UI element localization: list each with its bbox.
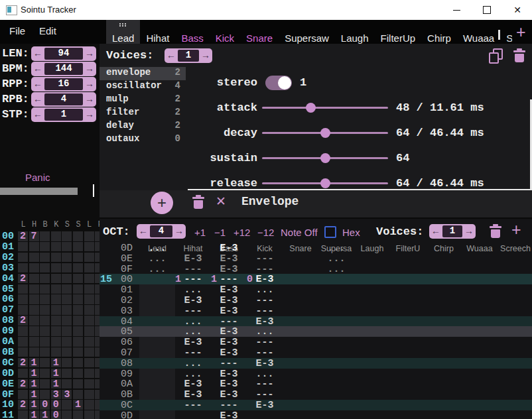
order-cell[interactable]: [73, 379, 83, 389]
order-cell[interactable]: [84, 369, 94, 379]
unit-item-outaux[interactable]: outaux0: [100, 133, 186, 147]
note-cell[interactable]: ...: [139, 264, 175, 275]
order-cell[interactable]: [40, 379, 50, 389]
order-cell[interactable]: [73, 369, 83, 379]
order-cell[interactable]: [95, 242, 100, 252]
note-cell[interactable]: ---: [175, 264, 211, 275]
note-cell[interactable]: ---: [247, 264, 283, 275]
transpose-plus1[interactable]: +1: [194, 227, 206, 238]
add-track-button[interactable]: +: [511, 220, 521, 239]
note-cell[interactable]: E-3: [211, 326, 247, 337]
order-cell[interactable]: [73, 263, 83, 273]
stereo-toggle[interactable]: [265, 76, 292, 90]
order-cell[interactable]: [40, 337, 50, 347]
order-cell[interactable]: [84, 379, 94, 389]
order-cell[interactable]: [18, 263, 28, 273]
order-cell[interactable]: [18, 326, 28, 336]
bpm-stepper[interactable]: ←144→: [31, 62, 96, 76]
order-cell[interactable]: [62, 263, 72, 273]
note-cell[interactable]: ...: [247, 369, 283, 380]
order-cell[interactable]: [18, 410, 28, 419]
order-cell[interactable]: [51, 274, 61, 284]
order-cell[interactable]: [40, 274, 50, 284]
order-cell[interactable]: [29, 274, 39, 284]
order-cell[interactable]: [40, 369, 50, 379]
slider-knob[interactable]: [320, 153, 330, 163]
order-cell[interactable]: [95, 253, 100, 263]
order-cell[interactable]: [95, 337, 100, 347]
order-cell[interactable]: [95, 400, 100, 410]
tab-laugh[interactable]: Laugh: [335, 20, 375, 44]
stepper-right-arrow-icon[interactable]: →: [83, 64, 96, 74]
note-cell[interactable]: ...: [175, 326, 211, 337]
note-cell[interactable]: ...: [175, 358, 211, 369]
tab-hihat[interactable]: Hihat: [140, 20, 175, 44]
stepper-value[interactable]: 144: [44, 63, 83, 75]
stepper-right-arrow-icon[interactable]: →: [199, 50, 212, 61]
order-cell[interactable]: [18, 294, 28, 304]
unit-item-oscillator[interactable]: oscillator4: [100, 80, 186, 93]
note-cell[interactable]: E-3: [175, 337, 211, 348]
order-cell[interactable]: [51, 242, 61, 252]
note-cell[interactable]: ...: [247, 284, 283, 296]
note-cell[interactable]: ---: [247, 306, 283, 317]
transpose-minus1[interactable]: −1: [214, 227, 226, 238]
order-cell[interactable]: [18, 369, 28, 379]
note-cell[interactable]: ---: [211, 358, 247, 369]
order-cell[interactable]: [95, 326, 100, 336]
stepper-value[interactable]: 94: [44, 48, 83, 60]
add-unit-button[interactable]: +: [151, 192, 173, 214]
release-slider[interactable]: [262, 182, 388, 184]
slider-knob[interactable]: [306, 103, 316, 113]
note-cell[interactable]: E-3: [211, 295, 247, 306]
order-cell[interactable]: [51, 347, 61, 357]
order-cell[interactable]: [73, 274, 83, 284]
order-cell[interactable]: [84, 337, 94, 347]
order-cell[interactable]: [84, 242, 94, 252]
order-cell[interactable]: [84, 316, 94, 326]
order-cell[interactable]: [51, 231, 61, 241]
note-cell[interactable]: ...: [175, 284, 211, 296]
stepper-value[interactable]: 16: [44, 78, 83, 90]
close-button[interactable]: ✕: [502, 0, 532, 20]
tab-wuaaa[interactable]: Wuaaa: [457, 20, 500, 44]
octave-stepper[interactable]: ←4→: [137, 224, 186, 239]
transpose-plus12[interactable]: +12: [233, 227, 250, 238]
order-cell[interactable]: [62, 284, 72, 294]
order-cell[interactable]: [62, 253, 72, 263]
order-cell[interactable]: [95, 347, 100, 357]
order-cell[interactable]: [62, 400, 72, 410]
order-cell[interactable]: [40, 326, 50, 336]
order-cell[interactable]: [51, 253, 61, 263]
stepper-left-arrow-icon[interactable]: ←: [31, 94, 44, 105]
order-cell[interactable]: [40, 253, 50, 263]
menu-edit[interactable]: Edit: [39, 25, 56, 36]
note-cell[interactable]: ---: [247, 337, 283, 348]
order-cell[interactable]: [29, 294, 39, 304]
order-cell[interactable]: [84, 358, 94, 368]
order-cell[interactable]: [95, 274, 100, 284]
order-cell[interactable]: [73, 231, 83, 241]
unit-item-envelope[interactable]: envelope2: [100, 67, 186, 80]
maximize-button[interactable]: [472, 0, 502, 20]
note-cell[interactable]: ...: [318, 243, 354, 254]
order-cell[interactable]: [73, 294, 83, 304]
order-cell[interactable]: [18, 337, 28, 347]
order-cell[interactable]: [18, 284, 28, 294]
order-cell[interactable]: [95, 390, 100, 400]
note-cell[interactable]: ...: [139, 243, 175, 254]
order-cell[interactable]: [29, 253, 39, 263]
note-cell[interactable]: E-3: [211, 243, 247, 254]
order-cell[interactable]: [73, 242, 83, 252]
stepper-left-arrow-icon[interactable]: ←: [31, 48, 44, 59]
order-cell[interactable]: [40, 284, 50, 294]
order-cell[interactable]: [40, 316, 50, 326]
tab-snare[interactable]: Snare: [240, 20, 279, 44]
order-cell[interactable]: [51, 294, 61, 304]
order-cell[interactable]: [29, 263, 39, 273]
order-cell[interactable]: [29, 284, 39, 294]
order-cell[interactable]: [95, 316, 100, 326]
unit-item-delay[interactable]: delay2: [100, 120, 186, 133]
stepper-right-arrow-icon[interactable]: →: [83, 94, 96, 105]
order-cell[interactable]: [84, 294, 94, 304]
